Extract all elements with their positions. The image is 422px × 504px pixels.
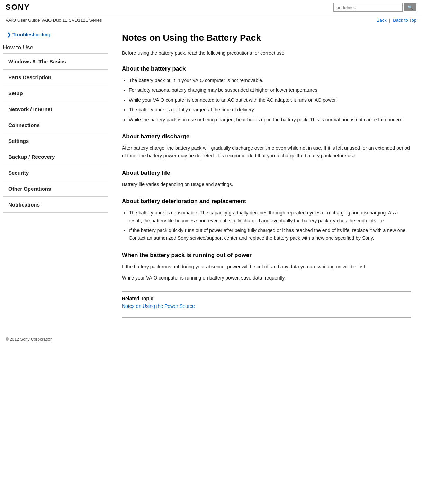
sidebar-divider-10 (3, 212, 108, 213)
sidebar-item-security[interactable]: Security (0, 165, 111, 181)
list-item: The battery pack is consumable. The capa… (129, 209, 411, 224)
section-heading-running-out: When the battery pack is running out of … (122, 252, 411, 259)
intro-paragraph: Before using the battery pack, read the … (122, 50, 411, 56)
section-heading-discharge: About battery discharge (122, 133, 411, 140)
back-link[interactable]: Back (377, 18, 387, 23)
battery-pack-bullets: The battery pack built in your VAIO comp… (129, 76, 411, 123)
footer: © 2012 Sony Corporation (0, 331, 422, 347)
discharge-text: After battery charge, the battery pack w… (122, 144, 411, 160)
subheader: VAIO User Guide VAIO Duo 11 SVD1121 Seri… (0, 15, 422, 26)
separator: | (389, 18, 390, 23)
sidebar-item-notifications[interactable]: Notifications (0, 197, 111, 212)
sony-logo: SONY (6, 3, 30, 12)
list-item: If the battery pack quickly runs out of … (129, 227, 411, 242)
running-out-text1: If the battery pack runs out during your… (122, 263, 411, 271)
copyright-text: © 2012 Sony Corporation (6, 337, 53, 342)
troubleshooting-link[interactable]: Troubleshooting (0, 29, 111, 40)
sidebar-item-network-internet[interactable]: Network / Internet (0, 101, 111, 117)
related-topic-link[interactable]: Notes on Using the Power Source (122, 303, 195, 309)
sidebar: Troubleshooting How to Use Windows 8: Th… (0, 26, 111, 331)
subheader-nav: Back | Back to Top (377, 18, 416, 23)
sidebar-item-connections[interactable]: Connections (0, 117, 111, 133)
related-topic-divider (122, 291, 411, 292)
section-heading-deterioration: About battery deterioration and replacem… (122, 198, 411, 205)
list-item: The battery pack built in your VAIO comp… (129, 76, 411, 84)
sidebar-item-windows8[interactable]: Windows 8: The Basics (0, 54, 111, 69)
list-item: For safety reasons, battery charging may… (129, 86, 411, 94)
deterioration-bullets: The battery pack is consumable. The capa… (129, 209, 411, 242)
guide-title: VAIO User Guide VAIO Duo 11 SVD1121 Seri… (6, 18, 102, 23)
sidebar-item-settings[interactable]: Settings (0, 133, 111, 149)
list-item: The battery pack is not fully charged at… (129, 106, 411, 113)
search-bar: 🔍 (333, 3, 416, 12)
main-layout: Troubleshooting How to Use Windows 8: Th… (0, 26, 422, 331)
running-out-text2: While your VAIO computer is running on b… (122, 274, 411, 282)
sidebar-item-backup-recovery[interactable]: Backup / Recovery (0, 149, 111, 165)
header: SONY 🔍 (0, 0, 422, 15)
list-item: While your VAIO computer is connected to… (129, 96, 411, 104)
search-button[interactable]: 🔍 (404, 3, 416, 11)
search-input[interactable] (333, 3, 403, 12)
sidebar-item-other-operations[interactable]: Other Operations (0, 181, 111, 196)
sidebar-item-parts-description[interactable]: Parts Description (0, 70, 111, 85)
page-title: Notes on Using the Battery Pack (122, 33, 411, 43)
how-to-use-title: How to Use (0, 40, 111, 53)
section-heading-battery-life: About battery life (122, 169, 411, 176)
related-topic-label: Related Topic (122, 296, 411, 301)
back-to-top-link[interactable]: Back to Top (393, 18, 416, 23)
section-heading-battery-pack: About the battery pack (122, 65, 411, 72)
list-item: While the battery pack is in use or bein… (129, 116, 411, 123)
bottom-divider (122, 317, 411, 318)
battery-life-text: Battery life varies depending on usage a… (122, 181, 411, 188)
sidebar-item-setup[interactable]: Setup (0, 85, 111, 101)
content-area: Notes on Using the Battery Pack Before u… (111, 26, 422, 331)
